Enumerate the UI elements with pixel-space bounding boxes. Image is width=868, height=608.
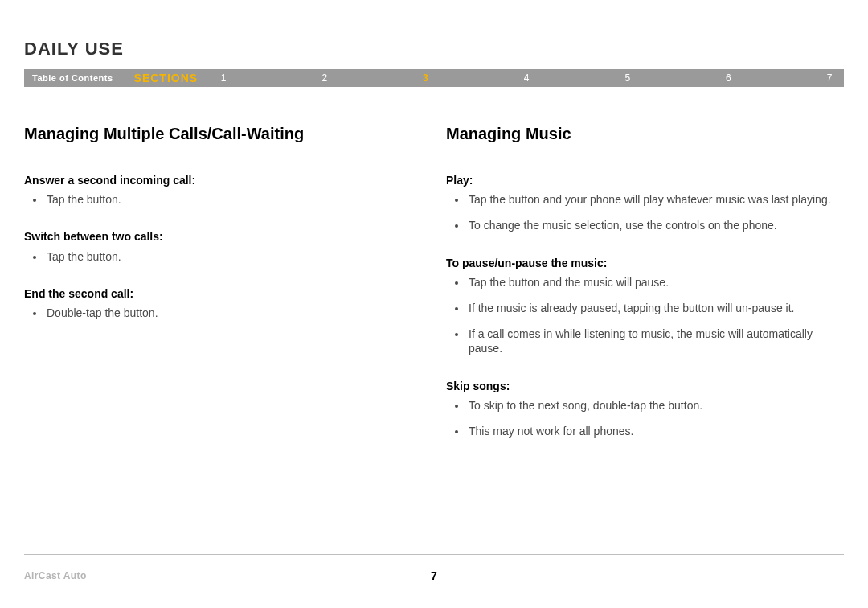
section-link-2[interactable]: 2 xyxy=(320,72,330,84)
page-root: DAILY USE Table of Contents SECTIONS 1 2… xyxy=(0,0,868,608)
section-link-4[interactable]: 4 xyxy=(522,72,531,84)
list-item: Tap the button. xyxy=(45,249,422,264)
bullet-list: Tap the button and the music will pause.… xyxy=(446,275,844,356)
group-title: End the second call: xyxy=(24,286,422,301)
product-name: AirCast Auto xyxy=(24,570,87,581)
bullet-list: To skip to the next song, double-tap the… xyxy=(446,398,844,438)
section-link-6[interactable]: 6 xyxy=(723,72,733,84)
list-item: Tap the button and the music will pause. xyxy=(467,275,844,290)
list-item: Tap the button and your phone will play … xyxy=(467,192,844,207)
section-numbers: 1 2 3 4 5 6 7 xyxy=(219,72,844,84)
list-item: To change the music selection, use the c… xyxy=(467,218,844,232)
content-columns: Managing Multiple Calls/Call-Waiting Ans… xyxy=(24,123,844,461)
page-section-title: DAILY USE xyxy=(24,39,844,60)
group-title: Answer a second incoming call: xyxy=(24,173,422,187)
group-switch-calls: Switch between two calls: Tap the button… xyxy=(24,229,422,263)
column-left: Managing Multiple Calls/Call-Waiting Ans… xyxy=(24,123,446,461)
list-item: This may not work for all phones. xyxy=(467,424,844,438)
sections-label: SECTIONS xyxy=(121,72,219,84)
list-item: Double-tap the button. xyxy=(45,306,422,320)
list-item: Tap the button. xyxy=(45,192,422,207)
bullet-list: Tap the button. xyxy=(24,192,422,207)
group-pause: To pause/un-pause the music: Tap the but… xyxy=(446,256,844,356)
section-nav-bar: Table of Contents SECTIONS 1 2 3 4 5 6 7 xyxy=(24,69,844,87)
column-right: Managing Music Play: Tap the button and … xyxy=(446,123,844,461)
bullet-list: Tap the button and your phone will play … xyxy=(446,192,844,232)
group-title: Switch between two calls: xyxy=(24,229,422,244)
section-link-1[interactable]: 1 xyxy=(219,72,228,84)
list-item: If the music is already paused, tapping … xyxy=(467,301,844,315)
group-title: Skip songs: xyxy=(446,379,844,393)
section-link-5[interactable]: 5 xyxy=(623,72,633,84)
footer-row: AirCast Auto 7 xyxy=(24,568,844,584)
group-skip-songs: Skip songs: To skip to the next song, do… xyxy=(446,379,844,439)
list-item: To skip to the next song, double-tap the… xyxy=(467,398,844,413)
heading-managing-music: Managing Music xyxy=(446,123,844,144)
heading-managing-calls: Managing Multiple Calls/Call-Waiting xyxy=(24,123,422,144)
section-link-3[interactable]: 3 xyxy=(420,72,430,84)
list-item: If a call comes in while listening to mu… xyxy=(467,327,844,355)
bullet-list: Tap the button. xyxy=(24,249,422,264)
group-title: Play: xyxy=(446,173,844,187)
group-play: Play: Tap the button and your phone will… xyxy=(446,173,844,233)
bullet-list: Double-tap the button. xyxy=(24,306,422,320)
page-footer: AirCast Auto 7 xyxy=(24,554,844,584)
group-end-second-call: End the second call: Double-tap the butt… xyxy=(24,286,422,320)
section-link-7[interactable]: 7 xyxy=(825,72,834,84)
group-title: To pause/un-pause the music: xyxy=(446,256,844,270)
group-answer-second-call: Answer a second incoming call: Tap the b… xyxy=(24,173,422,207)
toc-link[interactable]: Table of Contents xyxy=(24,73,121,83)
page-number: 7 xyxy=(431,569,437,582)
footer-divider xyxy=(24,554,844,555)
